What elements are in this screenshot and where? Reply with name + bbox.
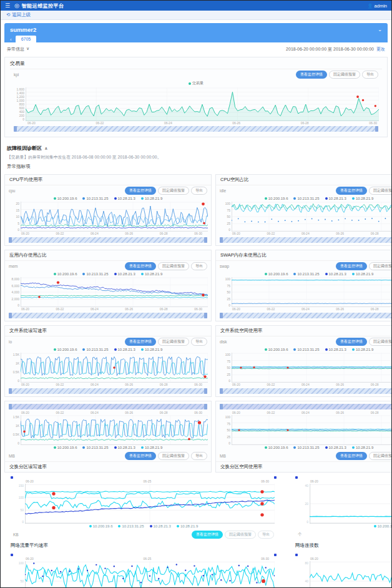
legend-item[interactable]: 10.28.21.9 <box>352 348 373 351</box>
legend-item[interactable]: 交易量 <box>189 81 203 86</box>
time-brush[interactable] <box>11 476 277 479</box>
export-button[interactable]: 导出 <box>191 338 207 346</box>
legend-item[interactable]: 10.28.21.3 <box>114 272 135 276</box>
legend-item[interactable]: 10.28.21.9 <box>352 272 373 276</box>
brush-handle-right[interactable] <box>204 388 207 394</box>
time-brush[interactable] <box>295 476 392 479</box>
brush-handle-left[interactable] <box>11 476 13 479</box>
threshold-button[interactable]: 固定阈值预警 <box>369 338 392 346</box>
threshold-button[interactable]: 固定阈值预警 <box>225 531 256 539</box>
export-button[interactable]: 导出 <box>362 71 378 79</box>
threshold-button[interactable]: 固定阈值预警 <box>158 187 189 195</box>
threshold-button[interactable]: 固定阈值预警 <box>369 452 392 460</box>
menu-icon[interactable]: ☰ <box>5 2 10 9</box>
threshold-button[interactable]: 固定阈值预警 <box>369 262 392 270</box>
time-brush[interactable] <box>295 554 392 557</box>
brush-handle-left[interactable] <box>9 388 12 394</box>
time-brush[interactable] <box>220 237 392 243</box>
threshold-button[interactable]: 固定阈值预警 <box>329 71 360 79</box>
legend-item[interactable]: 10.28.21.3 <box>325 348 346 351</box>
change-date-link[interactable]: 更改 <box>376 46 385 52</box>
view-detail-button[interactable]: 查看监控详情 <box>336 262 367 270</box>
back-link[interactable]: ⟲ 返回上级 <box>6 12 31 18</box>
legend-item[interactable]: 10.200.19.6 <box>265 446 288 449</box>
time-brush[interactable] <box>9 237 207 243</box>
legend-item[interactable]: 10.200.19.6 <box>265 348 288 351</box>
user-menu[interactable]: 👤 admin <box>367 3 387 9</box>
brush-handle-left[interactable] <box>9 404 12 409</box>
view-detail-button[interactable]: 查看监控详情 <box>192 531 223 539</box>
export-button[interactable]: 导出 <box>191 187 207 195</box>
threshold-button[interactable]: 固定阈值预警 <box>158 338 189 346</box>
time-brush[interactable] <box>9 313 207 318</box>
brush-handle-left[interactable] <box>220 404 223 409</box>
legend-item[interactable]: 10.28.21.3 <box>114 197 135 200</box>
view-detail-button[interactable]: 查看监控详情 <box>336 452 367 460</box>
legend-item[interactable]: 10.213.31.25 <box>293 348 319 351</box>
legend-item[interactable]: 10.28.21.9 <box>352 446 373 449</box>
tab-prev-icon[interactable]: ‹ <box>10 37 12 42</box>
collapse-icon[interactable]: ∧ <box>44 146 48 151</box>
view-detail-button[interactable]: 查看监控详情 <box>336 338 367 346</box>
legend-item[interactable]: 10.28.21.9 <box>177 524 198 528</box>
legend-item[interactable]: 10.28.21.3 <box>325 446 346 449</box>
legend-item[interactable]: 10.28.21.9 <box>141 348 162 351</box>
legend-item[interactable]: 10.200.19.6 <box>89 524 113 528</box>
legend-item[interactable]: 10.28.21.3 <box>114 348 135 351</box>
brush-handle-right[interactable] <box>204 404 207 409</box>
view-detail-button[interactable]: 查看监控详情 <box>125 187 156 195</box>
threshold-button[interactable]: 固定阈值预警 <box>369 187 392 195</box>
time-brush[interactable] <box>14 126 378 132</box>
time-brush[interactable] <box>220 404 392 409</box>
brush-handle-left[interactable] <box>220 388 223 394</box>
legend-item[interactable]: 10.213.31.25 <box>293 446 319 449</box>
legend-item[interactable]: 10.200.19.6 <box>374 524 392 528</box>
time-brush[interactable] <box>9 388 207 394</box>
export-button[interactable]: 导出 <box>258 531 274 539</box>
threshold-button[interactable]: 固定阈值预警 <box>158 452 189 460</box>
legend-item[interactable]: 10.28.21.9 <box>141 446 162 449</box>
brush-handle-right[interactable] <box>274 554 277 556</box>
export-button[interactable]: 导出 <box>191 262 207 270</box>
legend-item[interactable]: 10.213.31.25 <box>118 524 144 528</box>
legend-item[interactable]: 10.213.31.25 <box>82 197 108 200</box>
view-detail-button[interactable]: 查看监控详情 <box>125 262 156 270</box>
brush-handle-left[interactable] <box>9 313 12 318</box>
legend-item[interactable]: 10.28.21.9 <box>141 197 162 200</box>
view-detail-button[interactable]: 查看监控详情 <box>336 187 367 195</box>
time-brush[interactable] <box>11 554 277 557</box>
collapse-icon[interactable]: ⌄ <box>378 27 382 32</box>
brush-handle-left[interactable] <box>295 476 298 479</box>
time-brush[interactable] <box>9 404 207 409</box>
legend-item[interactable]: 10.28.21.3 <box>325 197 346 200</box>
legend-item[interactable]: 10.213.31.25 <box>82 446 108 449</box>
brush-handle-left[interactable] <box>9 237 12 243</box>
legend-item[interactable]: 10.213.31.25 <box>82 348 108 351</box>
threshold-button[interactable]: 固定阈值预警 <box>158 262 189 270</box>
time-brush[interactable] <box>220 388 392 394</box>
brush-handle-right[interactable] <box>274 476 277 479</box>
brush-handle-left[interactable] <box>295 554 298 556</box>
brush-handle-left[interactable] <box>11 554 13 556</box>
legend-item[interactable]: 10.28.21.9 <box>141 272 162 276</box>
legend-item[interactable]: 10.28.21.9 <box>352 197 373 200</box>
brush-handle-right[interactable] <box>204 237 207 243</box>
legend-item[interactable]: 10.28.21.3 <box>325 272 346 276</box>
brush-handle-right[interactable] <box>204 313 207 318</box>
legend-item[interactable]: 10.28.21.3 <box>114 446 135 449</box>
view-detail-button[interactable]: 查看监控详情 <box>296 71 327 79</box>
view-detail-button[interactable]: 查看监控详情 <box>125 338 156 346</box>
legend-item[interactable]: 10.200.19.6 <box>54 348 77 351</box>
legend-item[interactable]: 10.28.21.3 <box>150 524 171 528</box>
legend-item[interactable]: 10.213.31.25 <box>82 272 108 276</box>
legend-item[interactable]: 10.200.19.6 <box>265 272 288 276</box>
legend-item[interactable]: 10.200.19.6 <box>265 197 288 200</box>
legend-item[interactable]: 10.200.19.6 <box>54 197 77 200</box>
legend-item[interactable]: 10.200.19.6 <box>54 446 77 449</box>
view-detail-button[interactable]: 查看监控详情 <box>125 452 156 460</box>
legend-item[interactable]: 10.200.19.6 <box>54 272 77 276</box>
anomaly-info-toggle[interactable]: 异常信息 ∨ <box>7 46 29 52</box>
legend-item[interactable]: 10.213.31.25 <box>293 272 319 276</box>
tab-6705[interactable]: 6705 <box>16 36 37 42</box>
brush-handle-left[interactable] <box>220 237 223 243</box>
